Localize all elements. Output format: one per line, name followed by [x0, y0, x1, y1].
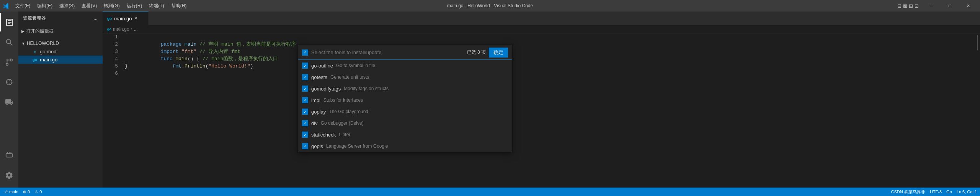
gomod-file-icon: ≡: [32, 49, 38, 54]
gotests-checkbox[interactable]: ✓: [302, 74, 308, 80]
tools-search-input[interactable]: [311, 49, 464, 55]
menu-file[interactable]: 文件(F): [12, 0, 33, 12]
statusbar-csdn: CSDN @菜鸟厚非: [891, 189, 925, 195]
tab-go-icon: go: [107, 16, 112, 21]
menu-edit[interactable]: 编辑(E): [34, 0, 56, 12]
window-title: main.go - HelloWorld - Visual Studio Cod…: [447, 3, 533, 8]
svg-rect-10: [6, 153, 13, 157]
project-section: ▼ HELLOWORLD ≡ go.mod go main.go: [18, 38, 103, 65]
open-editors-label: 打开的编辑器: [26, 28, 54, 35]
gotests-desc: Generate unit tests: [330, 74, 369, 80]
open-editors-chevron-icon: ▶: [21, 29, 24, 33]
right-panel: [975, 33, 980, 188]
tool-item-impl[interactable]: ✓ impl Stubs for interfaces: [298, 94, 512, 106]
minimize-button[interactable]: ─: [923, 0, 940, 12]
statusbar-encoding[interactable]: UTF-8: [930, 189, 942, 194]
tool-item-gomodifytags[interactable]: ✓ gomodifytags Modify tags on structs: [298, 83, 512, 94]
activity-extensions-icon[interactable]: [0, 93, 18, 111]
code-line-3: func main() { // main函数，是程序执行的入口: [125, 48, 956, 55]
main-layout: 资源管理器 … ▶ 打开的编辑器 ▼ HELLOWORLD ≡ go.mod g…: [0, 12, 980, 188]
svg-point-0: [7, 40, 11, 44]
svg-point-4: [7, 59, 8, 61]
statusbar-branch[interactable]: ⎇ main: [3, 189, 18, 194]
sidebar-file-maingo[interactable]: go main.go: [18, 56, 103, 64]
breadcrumb: go main.go › ...: [103, 25, 980, 33]
project-chevron-icon: ▼: [21, 41, 25, 46]
layout-icon-3[interactable]: ⊞: [909, 3, 913, 9]
tool-item-gopls[interactable]: ✓ gopls Language Server from Google: [298, 140, 512, 152]
activity-bar: [0, 12, 18, 188]
line-numbers: 1 2 3 4 5 6: [103, 33, 121, 188]
statusbar-position[interactable]: Ln 6, Col 1: [957, 189, 977, 194]
impl-checkbox[interactable]: ✓: [302, 97, 308, 103]
goplay-checkbox[interactable]: ✓: [302, 109, 308, 115]
statusbar-errors[interactable]: ⊗ 0: [23, 189, 30, 194]
open-editors-section: ▶ 打开的编辑器: [18, 25, 103, 38]
tool-item-goplay[interactable]: ✓ goplay The Go playground: [298, 106, 512, 117]
staticcheck-checkbox[interactable]: ✓: [302, 132, 308, 138]
open-editors-header[interactable]: ▶ 打开的编辑器: [18, 26, 103, 36]
gomodifytags-checkbox[interactable]: ✓: [302, 86, 308, 92]
svg-line-1: [10, 43, 13, 46]
menu-goto[interactable]: 转到(G): [101, 0, 122, 12]
maximize-button[interactable]: □: [941, 0, 959, 12]
gopls-checkbox[interactable]: ✓: [302, 143, 308, 149]
layout-icon-4[interactable]: ⊡: [915, 3, 919, 9]
breadcrumb-go-icon: go: [107, 27, 111, 31]
breadcrumb-filename[interactable]: main.go: [113, 26, 129, 32]
gomodifytags-desc: Modify tags on structs: [344, 86, 389, 91]
breadcrumb-separator: ›: [131, 26, 132, 32]
layout-icon-2[interactable]: ⊠: [903, 3, 907, 9]
select-all-checkbox[interactable]: ✓: [302, 49, 308, 56]
tab-close-icon[interactable]: ✕: [134, 16, 138, 21]
tool-item-gotests[interactable]: ✓ gotests Generate unit tests: [298, 71, 512, 83]
sidebar-file-gomod[interactable]: ≡ go.mod: [18, 48, 103, 56]
statusbar: ⎇ main ⊗ 0 ⚠ 0 CSDN @菜鸟厚非 UTF-8 Go Ln 6,…: [0, 188, 980, 196]
scrollbar[interactable]: [977, 35, 978, 50]
activity-settings-icon[interactable]: [0, 166, 18, 184]
activity-bottom-icons: [0, 146, 18, 188]
sidebar-header: 资源管理器 …: [18, 12, 103, 25]
sidebar-more-icon[interactable]: …: [93, 16, 98, 21]
statusbar-warnings[interactable]: ⚠ 0: [34, 189, 42, 194]
activity-search-icon[interactable]: [0, 33, 18, 51]
dlv-desc: Go debugger (Delve): [321, 120, 364, 126]
gotests-name: gotests: [311, 74, 327, 80]
code-line-6: [125, 70, 956, 77]
activity-remote-icon[interactable]: [0, 146, 18, 165]
activity-scm-icon[interactable]: [0, 53, 18, 71]
menu-run[interactable]: 运行(R): [124, 0, 145, 12]
editor-area: go main.go ✕ go main.go › ... 1 2 3 4 5: [103, 12, 980, 188]
close-button[interactable]: ✕: [959, 0, 977, 12]
selected-count: 已选 8 项: [467, 49, 486, 56]
gopls-desc: Language Server from Google: [326, 143, 388, 149]
tool-item-dlv[interactable]: ✓ dlv Go debugger (Delve): [298, 117, 512, 129]
menu-view[interactable]: 查看(V): [78, 0, 100, 12]
activity-explorer-icon[interactable]: [0, 13, 18, 31]
code-area[interactable]: package main // 声明 main 包，表明当前是可执行程序 imp…: [121, 33, 956, 188]
layout-icon-1[interactable]: ⊟: [897, 3, 902, 9]
impl-name: impl: [311, 97, 320, 103]
activity-debug-icon[interactable]: [0, 73, 18, 91]
minimap: [956, 33, 975, 188]
sidebar-title: 资源管理器: [23, 15, 46, 21]
sidebar-filename-gomod: go.mod: [40, 49, 56, 54]
goplay-name: goplay: [311, 109, 326, 115]
confirm-button[interactable]: 确定: [489, 48, 508, 58]
statusbar-right: CSDN @菜鸟厚非 UTF-8 Go Ln 6, Col 1: [891, 189, 977, 195]
tool-item-staticcheck[interactable]: ✓ staticcheck Linter: [298, 129, 512, 140]
statusbar-language[interactable]: Go: [946, 189, 952, 194]
tab-maingo[interactable]: go main.go ✕: [103, 12, 149, 25]
menu-terminal[interactable]: 终端(T): [146, 0, 167, 12]
menu-select[interactable]: 选择(S): [56, 0, 78, 12]
go-outline-checkbox[interactable]: ✓: [302, 63, 308, 69]
go-outline-name: go-outline: [311, 63, 333, 69]
project-header[interactable]: ▼ HELLOWORLD: [18, 39, 103, 48]
breadcrumb-symbol[interactable]: ...: [134, 26, 138, 32]
tool-item-go-outline[interactable]: ✓ go-outline Go to symbol in file: [298, 60, 512, 71]
dlv-checkbox[interactable]: ✓: [302, 120, 308, 126]
dlv-name: dlv: [311, 120, 318, 126]
titlebar-right: ⊟ ⊠ ⊞ ⊡ ─ □ ✕: [897, 0, 977, 12]
tabs-bar: go main.go ✕: [103, 12, 980, 25]
menu-help[interactable]: 帮助(H): [168, 0, 190, 12]
